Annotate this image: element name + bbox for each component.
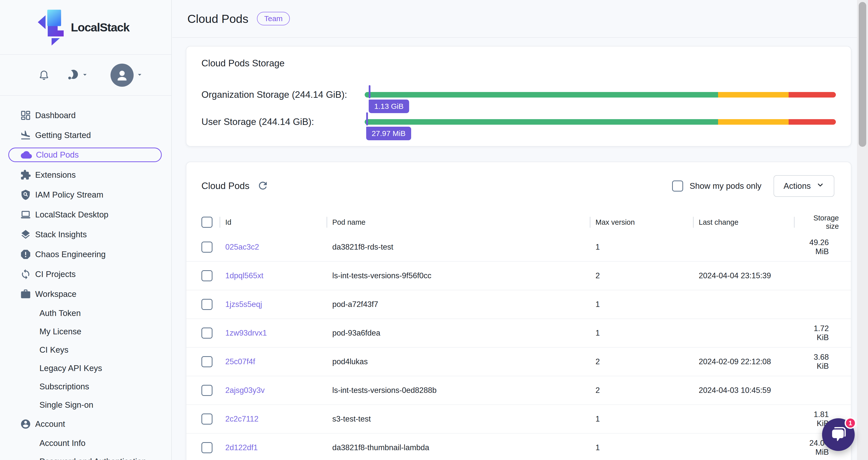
sidebar-item-cloud-pods[interactable]: Cloud Pods — [8, 148, 162, 162]
pod-name-cell: da3821f8-rds-test — [327, 242, 590, 252]
pod-id-link[interactable]: 25c07f4f — [225, 357, 255, 366]
notifications-button[interactable] — [38, 69, 50, 81]
row-checkbox[interactable] — [202, 270, 213, 281]
row-checkbox[interactable] — [202, 442, 213, 453]
storage-usage-marker — [369, 85, 370, 98]
app-name: LocalStack — [71, 20, 129, 34]
sidebar: LocalStack DashboardGetting StartedCloud… — [0, 0, 172, 460]
sidebar-item-label: Stack Insights — [35, 230, 87, 239]
sidebar-nav: DashboardGetting StartedCloud PodsExtens… — [0, 96, 171, 460]
storage-card: Cloud Pods Storage Organization Storage … — [186, 46, 851, 147]
sidebar-item-iam-policy-stream[interactable]: IAM Policy Stream — [0, 185, 171, 205]
chat-launcher[interactable]: 1 — [822, 418, 855, 451]
theme-menu-button[interactable] — [66, 68, 89, 82]
sidebar-item-stack-insights[interactable]: Stack Insights — [0, 225, 171, 244]
content: Cloud Pods Storage Organization Storage … — [172, 38, 868, 460]
sidebar-item-label: Dashboard — [35, 111, 75, 120]
sidebar-item-extensions[interactable]: Extensions — [0, 165, 171, 185]
sidebar-item-my-license[interactable]: My License — [0, 322, 171, 341]
sidebar-item-ci-projects[interactable]: CI Projects — [0, 264, 171, 284]
table-row: 25c07f4fpod4lukas22024-02-09 22:12:083.6… — [186, 348, 851, 376]
table-body: 025ac3c2da3821f8-rds-test149.26 MiB1dpql… — [186, 233, 851, 460]
pods-card-title: Cloud Pods — [202, 181, 249, 191]
storage-bar-segment-ok — [365, 92, 718, 97]
avatar — [111, 64, 134, 87]
sidebar-item-label: Auth Token — [39, 309, 81, 318]
sidebar-item-label: LocalStack Desktop — [35, 210, 108, 220]
column-header-pod-name[interactable]: Pod name — [327, 218, 590, 227]
sidebar-toolbar — [0, 55, 171, 96]
pod-id-link[interactable]: 2d122df1 — [225, 443, 258, 452]
sidebar-item-workspace[interactable]: Workspace — [0, 284, 171, 304]
table-row: 025ac3c2da3821f8-rds-test149.26 MiB — [186, 233, 851, 262]
row-checkbox[interactable] — [202, 385, 213, 396]
person-icon — [20, 418, 32, 430]
show-my-pods-label: Show my pods only — [690, 181, 762, 191]
max-version-cell: 1 — [590, 328, 693, 338]
refresh-icon — [257, 180, 269, 192]
storage-bar: 27.97 MiB — [365, 119, 836, 125]
sidebar-item-label: Extensions — [35, 170, 75, 180]
pod-name-cell: ls-int-tests-versions-9f56f0cc — [327, 271, 590, 280]
account-menu-button[interactable] — [111, 64, 144, 87]
sidebar-item-localstack-desktop[interactable]: LocalStack Desktop — [0, 205, 171, 225]
moon-icon — [66, 68, 79, 82]
page-header: Cloud Pods Team — [172, 0, 868, 38]
main: Cloud Pods Team Cloud Pods Storage Organ… — [172, 0, 868, 460]
table-header-row: IdPod nameMax versionLast changeStorage … — [186, 211, 851, 233]
sidebar-item-dashboard[interactable]: Dashboard — [0, 105, 171, 125]
column-header-storage-size[interactable]: Storage size — [794, 214, 839, 230]
actions-button[interactable]: Actions — [774, 175, 834, 197]
dashboard-icon — [20, 109, 32, 121]
pod-id-link[interactable]: 2ajsg03y3v — [225, 386, 265, 395]
max-version-cell: 1 — [590, 414, 693, 424]
pod-id-link[interactable]: 2c2c7112 — [225, 414, 258, 423]
plan-badge: Team — [257, 12, 290, 25]
storage-row-organization: Organization Storage (244.14 GiB):1.13 G… — [202, 87, 836, 103]
row-checkbox[interactable] — [202, 299, 213, 310]
row-checkbox[interactable] — [202, 241, 213, 253]
row-checkbox[interactable] — [202, 413, 213, 425]
scrollbar-thumb[interactable] — [859, 2, 866, 147]
sidebar-item-auth-token[interactable]: Auth Token — [0, 304, 171, 322]
table-row: 2d122df1da3821f8-thumbnail-lambda124.04 … — [186, 434, 851, 460]
sync-icon — [20, 268, 32, 280]
max-version-cell: 2 — [590, 357, 693, 366]
table-row: 1dpql565xtls-int-tests-versions-9f56f0cc… — [186, 262, 851, 290]
sidebar-item-single-sign-on[interactable]: Single Sign-on — [0, 396, 171, 414]
storage-usage-label: 27.97 MiB — [366, 127, 411, 140]
sidebar-item-account-info[interactable]: Account Info — [0, 434, 171, 452]
pod-id-link[interactable]: 1zw93drvx1 — [225, 328, 267, 337]
select-all-checkbox[interactable] — [202, 217, 213, 228]
row-checkbox[interactable] — [202, 356, 213, 367]
sidebar-item-ci-keys[interactable]: CI Keys — [0, 341, 171, 359]
sidebar-item-chaos-engineering[interactable]: Chaos Engineering — [0, 244, 171, 264]
last-change-cell: 2024-04-04 23:15:39 — [693, 271, 794, 280]
layers-icon — [20, 229, 32, 240]
pods-table: IdPod nameMax versionLast changeStorage … — [186, 211, 851, 460]
storage-bar-segment-warning — [718, 119, 788, 125]
sidebar-item-account[interactable]: Account — [0, 414, 171, 434]
max-version-cell: 2 — [590, 386, 693, 395]
row-checkbox[interactable] — [202, 327, 213, 339]
sidebar-item-subscriptions[interactable]: Subscriptions — [0, 377, 171, 396]
pod-name-cell: pod-93a6fdea — [327, 328, 590, 338]
column-header-max-version[interactable]: Max version — [590, 218, 693, 227]
pod-id-link[interactable]: 1jzs5s5eqj — [225, 300, 262, 309]
sidebar-item-getting-started[interactable]: Getting Started — [0, 125, 171, 145]
pod-id-link[interactable]: 025ac3c2 — [225, 242, 259, 251]
column-header-last-change[interactable]: Last change — [693, 218, 794, 227]
pod-id-link[interactable]: 1dpql565xt — [225, 271, 264, 280]
sidebar-item-legacy-api-keys[interactable]: Legacy API Keys — [0, 359, 171, 377]
pod-name-cell: da3821f8-thumbnail-lambda — [327, 443, 590, 452]
sidebar-item-password-and-authentication[interactable]: Password and Authentication — [0, 452, 171, 460]
column-header-id[interactable]: Id — [219, 218, 327, 227]
max-version-cell: 1 — [590, 242, 693, 252]
show-my-pods-checkbox[interactable] — [672, 180, 683, 192]
refresh-button[interactable] — [257, 180, 269, 192]
sidebar-logo[interactable]: LocalStack — [0, 0, 171, 55]
pods-controls: Show my pods only Actions — [672, 175, 834, 197]
storage-label: User Storage (244.14 GiB): — [202, 117, 365, 127]
sidebar-item-label: Account Info — [39, 438, 85, 448]
sidebar-item-label: Password and Authentication — [39, 457, 147, 460]
